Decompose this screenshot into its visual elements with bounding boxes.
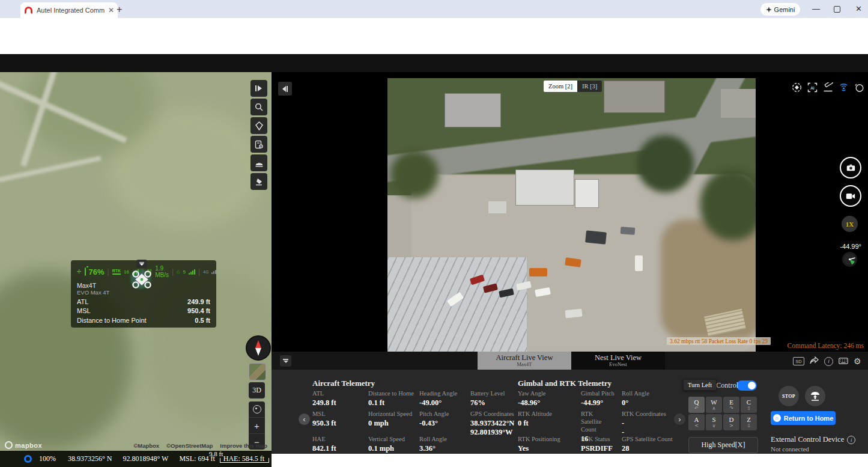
telemetry-prev-button[interactable]: ‹ bbox=[299, 414, 310, 425]
measure-icon[interactable] bbox=[823, 82, 833, 93]
longitude-value: 92.8018948° W bbox=[123, 454, 168, 463]
gimbal-pitch-value: -44.99° bbox=[834, 243, 861, 250]
key-e[interactable]: E↷ bbox=[723, 397, 739, 413]
browser-toolbar: ← → skyccus.autelrobotics.com/#/console/… bbox=[0, 18, 868, 38]
gemini-button[interactable]: Gemini bbox=[760, 3, 800, 16]
gimbal-telemetry-title: Gimbal and RTK Telemetry bbox=[518, 379, 612, 388]
stop-button[interactable]: STOP bbox=[778, 386, 799, 406]
collapse-video-panel-button[interactable] bbox=[278, 82, 292, 96]
camera-tools: AI bbox=[792, 82, 864, 93]
map-pin-button[interactable] bbox=[250, 117, 267, 134]
home-icon: ⌂ bbox=[773, 414, 781, 422]
telemetry-cell: RTK StatusPSRDIFF bbox=[581, 435, 617, 453]
attrib-osm-link[interactable]: ©OpenStreetMap bbox=[166, 442, 213, 449]
map-zoom-in-button[interactable]: + bbox=[249, 418, 265, 434]
info-icon[interactable]: i bbox=[824, 357, 833, 366]
tab-close-icon[interactable]: ✕ bbox=[108, 7, 114, 14]
signal-boost-icon[interactable] bbox=[839, 82, 849, 93]
telemetry-cell: Heading Angle-49.00° bbox=[419, 389, 467, 407]
gps-fix-icon bbox=[24, 455, 32, 463]
external-control-device-label: External Control Device i bbox=[771, 435, 855, 444]
take-photo-button[interactable] bbox=[840, 157, 861, 179]
key-tooltip: Turn Left bbox=[683, 379, 717, 391]
command-latency-label: Command Latency: 246 ms bbox=[754, 342, 864, 349]
mission-plan-button[interactable] bbox=[250, 136, 267, 153]
key-a[interactable]: A< bbox=[688, 414, 705, 430]
map-3d-button[interactable]: 3D bbox=[249, 382, 265, 398]
record-video-button[interactable] bbox=[840, 185, 861, 207]
attrib-improve-link[interactable]: Improve this map bbox=[220, 442, 267, 449]
telemetry-cell: RTK PositioningYes bbox=[518, 435, 575, 453]
telemetry-cell: ATL249.8 ft bbox=[312, 389, 363, 407]
settings-gear-icon[interactable]: ⚙ bbox=[854, 357, 861, 365]
telemetry-next-button[interactable]: › bbox=[674, 414, 685, 425]
tab-title: Autel Integrated Command Sys bbox=[37, 7, 105, 14]
map-attribution: ©Mapbox ©OpenStreetMap Improve this map bbox=[0, 442, 267, 449]
telemetry-cell: Horizontal Speed0 mph bbox=[368, 410, 419, 428]
telemetry-cell: HAE842.1 ft bbox=[312, 435, 363, 453]
key-w[interactable]: W∧ bbox=[706, 397, 722, 413]
drone-lock-icon[interactable] bbox=[792, 82, 802, 93]
tab-aircraft-live-view[interactable]: Aircraft Live View Max4T bbox=[478, 352, 571, 370]
browser-tab-strip: Autel Integrated Command Sys ✕ + Gemini … bbox=[0, 0, 868, 18]
telemetry-cell: MSL950.3 ft bbox=[312, 410, 363, 428]
bookmarks-bar: All Bookmarks bbox=[0, 38, 868, 55]
gimbal-pitch-dial[interactable] bbox=[842, 252, 857, 267]
popup-signal-count: 5 bbox=[183, 269, 185, 275]
popup-rtk-count: 16 bbox=[124, 269, 129, 275]
new-tab-button[interactable]: + bbox=[117, 4, 122, 15]
expand-panel-button[interactable] bbox=[250, 80, 267, 97]
rth-label: Return to Home bbox=[784, 415, 834, 422]
land-button[interactable] bbox=[805, 386, 825, 406]
ir-lens-button[interactable]: IR [3] bbox=[577, 81, 602, 92]
locate-button[interactable] bbox=[249, 401, 265, 418]
map-zoom-percent: 100% bbox=[39, 454, 56, 463]
tab-title: Aircraft Live View bbox=[496, 353, 553, 362]
clear-map-button[interactable] bbox=[250, 173, 267, 190]
locate-icon bbox=[253, 405, 261, 414]
collapse-telemetry-button[interactable] bbox=[280, 355, 291, 367]
high-speed-button[interactable]: High Speed[X] bbox=[688, 437, 758, 453]
popup-row: ATL249.9 ft bbox=[71, 296, 216, 305]
dock-camera-button[interactable] bbox=[250, 154, 267, 171]
key-q[interactable]: Q↶ bbox=[688, 397, 705, 413]
key-c[interactable]: C⇧ bbox=[741, 397, 757, 413]
key-z[interactable]: Z⇩ bbox=[741, 414, 757, 430]
window-minimize-button[interactable]: — bbox=[812, 5, 820, 13]
zoom-level-button[interactable]: 1X bbox=[842, 216, 858, 232]
keyboard-key-grid: Q↶ W∧ E↷ C⇧ A< S∨ D> Z⇩ bbox=[688, 397, 757, 430]
keyboard-icon[interactable] bbox=[839, 356, 848, 367]
zoom-lens-button[interactable]: Zoom [2] bbox=[544, 81, 577, 92]
exposure-ring-icon[interactable] bbox=[854, 82, 864, 93]
map-search-button[interactable] bbox=[250, 99, 267, 115]
drone-marker-icon[interactable] bbox=[131, 269, 153, 290]
map-scale-bar bbox=[220, 458, 269, 463]
attrib-mapbox-link[interactable]: ©Mapbox bbox=[133, 442, 159, 449]
dock-icon: ⌂ bbox=[177, 269, 180, 275]
latitude-value: 38.9373256° N bbox=[68, 454, 112, 463]
map-canvas[interactable]: ✛ 76% | RTK 16 | ⛓ 1.9 MB/s | ⌂ 5 | 4G M… bbox=[0, 72, 272, 451]
tab-subtitle: EvoNest bbox=[609, 362, 627, 368]
telemetry-cell: Roll Angle0° bbox=[622, 389, 670, 407]
map-layer-switcher[interactable] bbox=[249, 363, 266, 380]
return-to-home-button[interactable]: ⌂ Return to Home bbox=[771, 411, 836, 425]
info-icon[interactable]: i bbox=[847, 436, 855, 444]
compass-control[interactable] bbox=[246, 335, 271, 361]
marker-collapse-button[interactable] bbox=[136, 260, 147, 268]
external-control-device-status: Not connected bbox=[771, 445, 809, 453]
ai-recognition-icon[interactable]: AI bbox=[807, 82, 818, 93]
sd-card-icon[interactable]: SD bbox=[793, 357, 804, 365]
key-d[interactable]: D> bbox=[723, 414, 739, 430]
share-icon[interactable] bbox=[810, 356, 819, 367]
telemetry-cell: Vertical Speed0.1 mph bbox=[368, 435, 419, 453]
aerial-photo[interactable] bbox=[387, 78, 756, 352]
window-close-button[interactable]: ✕ bbox=[855, 5, 862, 13]
popup-rtk-label: RTK bbox=[112, 269, 121, 275]
key-s[interactable]: S∨ bbox=[706, 414, 722, 430]
popup-row: Distance to Home Point0.5 ft bbox=[71, 314, 216, 324]
window-restore-button[interactable] bbox=[834, 6, 840, 13]
telemetry-cell: GPS Satellite Count28 bbox=[622, 435, 682, 453]
browser-tab[interactable]: Autel Integrated Command Sys ✕ bbox=[20, 2, 118, 18]
telemetry-cell: Roll Angle3.36° bbox=[419, 435, 467, 453]
tab-nest-live-view[interactable]: Nest Live View EvoNest bbox=[571, 352, 665, 370]
